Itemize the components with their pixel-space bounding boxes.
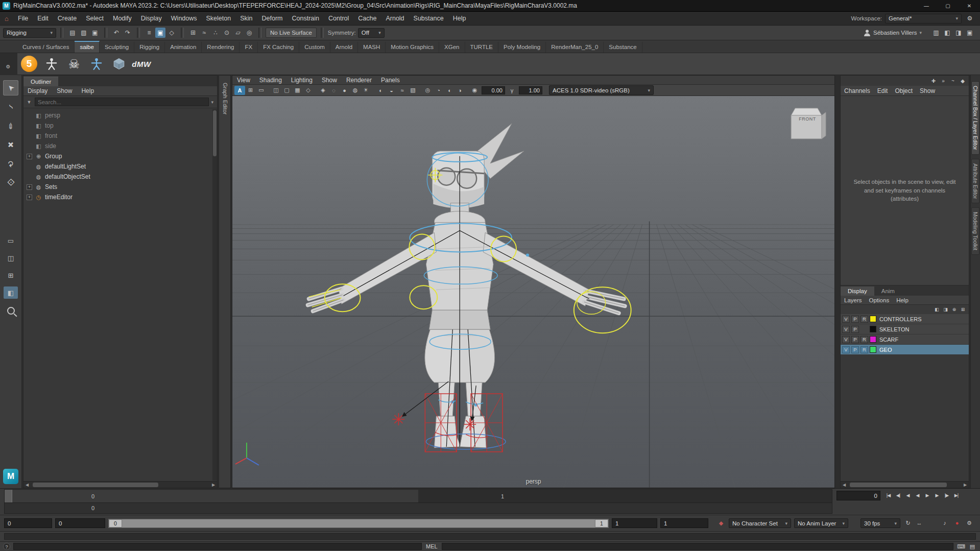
- color-management-dropdown[interactable]: ACES 1.0 SDR-video (sRGB) ▾: [549, 85, 654, 95]
- step-forward-frame-button[interactable]: |▶: [942, 491, 951, 500]
- layers-sort-icon[interactable]: ◧: [933, 305, 941, 313]
- time-slider[interactable]: 0 1 0: [4, 489, 832, 514]
- tool-settings-toggle-icon[interactable]: ◧: [942, 28, 952, 38]
- range-start-handle[interactable]: 0: [109, 519, 122, 528]
- layer-color-swatch[interactable]: [870, 346, 876, 353]
- open-scene-icon[interactable]: ▧: [79, 28, 89, 38]
- snap-grid-icon[interactable]: ⊞: [188, 28, 198, 38]
- toolbar-grip[interactable]: [321, 28, 324, 38]
- auto-keyframe-icon[interactable]: ●: [952, 520, 962, 526]
- graph-editor-strip[interactable]: Graph Editor: [219, 75, 231, 488]
- shaded-icon[interactable]: ●: [339, 86, 350, 95]
- time-slider-sub-strip[interactable]: 0: [4, 503, 832, 514]
- character-set-key-icon[interactable]: ◆: [716, 520, 726, 526]
- shelf-editor-gear-icon[interactable]: ⚙: [6, 64, 11, 69]
- current-time-indicator[interactable]: [5, 490, 12, 502]
- select-component-icon[interactable]: ◇: [166, 28, 177, 38]
- range-slider[interactable]: 0 1: [108, 519, 609, 528]
- channel-box-toggle-icon[interactable]: ▣: [965, 28, 975, 38]
- persp-outliner-layout-icon[interactable]: ◧: [4, 286, 18, 299]
- range-end-handle[interactable]: 1: [595, 519, 608, 528]
- expand-icon[interactable]: +: [27, 195, 32, 200]
- viewport-menu-item[interactable]: Shading: [255, 77, 286, 84]
- shadows-icon[interactable]: ◐: [375, 86, 386, 95]
- viewport-menu-item[interactable]: Panels: [376, 77, 404, 84]
- anti-aliasing-icon[interactable]: ▧: [408, 86, 418, 95]
- command-input[interactable]: [13, 543, 422, 550]
- menu-item[interactable]: Cache: [353, 12, 381, 25]
- layer-row[interactable]: V P R SCARF: [841, 334, 969, 345]
- shelf-tab[interactable]: XGen: [439, 42, 465, 53]
- step-back-key-button[interactable]: ◀: [903, 491, 913, 500]
- layer-playback-toggle[interactable]: P: [851, 316, 859, 323]
- shelf-tab[interactable]: Substance: [604, 42, 642, 53]
- outliner-item[interactable]: ◧ top: [23, 121, 217, 131]
- scroll-right-icon[interactable]: ▶: [210, 483, 217, 487]
- outliner-menu-item[interactable]: Help: [77, 87, 98, 94]
- scrollbar-thumb[interactable]: [33, 483, 158, 487]
- viewport-menu-item[interactable]: Lighting: [286, 77, 317, 84]
- shelf-tab[interactable]: Rigging: [134, 42, 165, 53]
- modeling-toolkit-toggle-icon[interactable]: ▥: [931, 28, 941, 38]
- close-button[interactable]: ✕: [959, 0, 980, 11]
- command-language-toggle[interactable]: MEL: [425, 543, 439, 549]
- channel-manipulator-icon[interactable]: ✚: [929, 77, 938, 85]
- scroll-right-icon[interactable]: ▶: [962, 483, 969, 487]
- screen-space-ao-icon[interactable]: ◒: [386, 86, 397, 95]
- viewport-menu-item[interactable]: View: [232, 77, 255, 84]
- new-scene-icon[interactable]: ▤: [67, 28, 78, 38]
- chevron-down-icon[interactable]: ▾: [211, 100, 215, 105]
- layer-editor-tab[interactable]: Anim: [874, 286, 902, 296]
- layer-visibility-toggle[interactable]: V: [842, 336, 850, 343]
- outliner-item[interactable]: + ⊕ Group: [23, 151, 217, 161]
- script-editor-icon[interactable]: ⌨: [957, 543, 966, 550]
- shelf-tab[interactable]: Arnold: [330, 42, 358, 53]
- side-panel-tab[interactable]: Modeling Toolkit: [971, 207, 979, 255]
- layer-row[interactable]: V P R GEO: [841, 345, 969, 355]
- scrollbar-thumb[interactable]: [850, 483, 947, 487]
- select-highlight-icon[interactable]: A: [234, 86, 245, 95]
- shelf-item-character-rig[interactable]: [42, 54, 61, 74]
- play-backwards-button[interactable]: ◀: [913, 491, 922, 500]
- scroll-left-icon[interactable]: ◀: [23, 483, 31, 487]
- layer-visibility-toggle[interactable]: V: [842, 326, 850, 333]
- two-sided-lighting-icon[interactable]: ◑: [455, 86, 465, 95]
- layer-playback-toggle[interactable]: P: [851, 346, 859, 353]
- play-forwards-button[interactable]: ▶: [922, 491, 932, 500]
- save-scene-icon[interactable]: ▣: [90, 28, 100, 38]
- resolution-gate-icon[interactable]: ◫: [271, 86, 281, 95]
- character-set-dropdown[interactable]: No Character Set ▾: [729, 518, 791, 528]
- wireframe-icon[interactable]: ◌: [328, 86, 339, 95]
- menu-item[interactable]: Control: [324, 12, 353, 25]
- zoom-tool-icon[interactable]: [7, 307, 15, 315]
- shelf-tab[interactable]: Sculpting: [100, 42, 134, 53]
- user-account[interactable]: Sébastien Villers ▾: [864, 29, 922, 36]
- shelf-tab[interactable]: RenderMan_25_0: [546, 42, 604, 53]
- outliner-item[interactable]: ◧ front: [23, 131, 217, 141]
- lasso-tool[interactable]: ∽: [3, 99, 18, 114]
- symmetry-dropdown[interactable]: Off ▾: [358, 28, 385, 38]
- menu-item[interactable]: Skin: [235, 12, 257, 25]
- mute-audio-icon[interactable]: ♪: [940, 520, 949, 526]
- layer-row[interactable]: V P R CONTROLLERS: [841, 314, 969, 324]
- outliner-item[interactable]: ◍ defaultObjectSet: [23, 172, 217, 182]
- move-tool[interactable]: ✚: [3, 137, 18, 152]
- menu-item[interactable]: Edit: [33, 12, 53, 25]
- outliner-tab[interactable]: Outliner: [23, 77, 58, 86]
- toolbar-grip[interactable]: [60, 28, 63, 38]
- animation-end-field[interactable]: [660, 518, 708, 528]
- viewport-menu-item[interactable]: Renderer: [342, 77, 376, 84]
- layer-playback-toggle[interactable]: P: [851, 336, 859, 343]
- maya-home-icon[interactable]: ⌂: [0, 15, 13, 22]
- viewcube-front-label[interactable]: FRONT: [792, 116, 823, 122]
- select-tool[interactable]: ➤: [3, 80, 18, 95]
- expand-icon[interactable]: +: [27, 154, 32, 159]
- channel-box-menu-item[interactable]: Show: [916, 87, 939, 94]
- attribute-editor-toggle-icon[interactable]: ◨: [953, 28, 964, 38]
- make-live-icon[interactable]: ◎: [244, 28, 254, 38]
- side-panel-tab[interactable]: Attribute Editor: [971, 159, 979, 203]
- joint-xray-icon[interactable]: ◖: [444, 86, 455, 95]
- new-layer-from-selected-icon[interactable]: ⊕: [950, 305, 958, 313]
- layer-visibility-toggle[interactable]: V: [842, 316, 850, 323]
- go-to-end-button[interactable]: ▶|: [951, 491, 961, 500]
